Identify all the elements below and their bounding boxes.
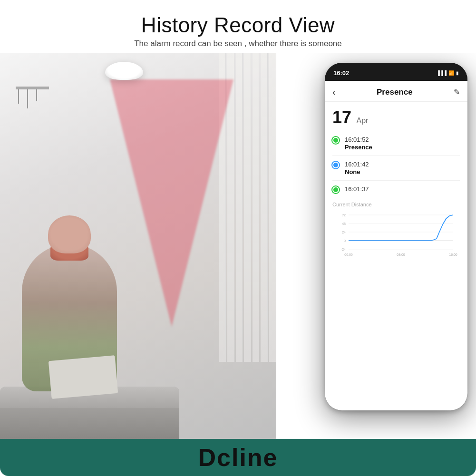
record-item: 16:01:52 Presence	[332, 131, 460, 156]
chandelier-bar	[16, 87, 49, 89]
date-section: 17 Apr	[325, 102, 467, 131]
record-info: 16:01:37	[345, 185, 369, 193]
phone-mockup: 16:02 ▐▐▐ 📶 ▮ ‹ Presence ✎	[325, 63, 467, 410]
status-dot-green	[332, 186, 339, 193]
record-label: Presence	[345, 144, 372, 151]
phone-frame: 16:02 ▐▐▐ 📶 ▮ ‹ Presence ✎	[325, 63, 467, 410]
person-head	[48, 215, 91, 253]
blind-slat	[269, 53, 276, 362]
app-header: ‹ Presence ✎	[325, 81, 467, 102]
svg-text:0: 0	[344, 239, 346, 243]
blind-slat	[253, 53, 260, 362]
app-title: Presence	[377, 87, 413, 97]
chandelier-drop1	[18, 89, 19, 104]
room-scene	[0, 53, 276, 439]
blind-slat	[261, 53, 268, 362]
svg-text:16:00: 16:00	[449, 253, 457, 256]
svg-text:72: 72	[342, 214, 346, 217]
header: History Record View The alarm record can…	[0, 0, 476, 53]
wifi-icon: 📶	[448, 70, 454, 76]
record-list: 16:01:52 Presence 16:01:42 None	[325, 131, 467, 198]
chart-section: Current Distance 72	[325, 198, 467, 262]
svg-text:24: 24	[342, 231, 346, 234]
phone-time: 16:02	[333, 69, 349, 77]
record-time: 16:01:42	[345, 161, 369, 168]
phone-notch	[382, 63, 410, 71]
app-screen: ‹ Presence ✎ 17 Apr	[325, 81, 467, 410]
record-time: 16:01:52	[345, 136, 372, 143]
chandelier-drop3	[36, 89, 37, 101]
chart-title: Current Distance	[332, 202, 460, 207]
page-subtitle: The alarm record can be seen , whether t…	[10, 39, 466, 49]
signal-icon: ▐▐▐	[437, 70, 447, 76]
status-dot-blue	[332, 162, 339, 168]
svg-text:08:00: 08:00	[397, 253, 405, 256]
brand-name: Dcline	[198, 443, 278, 472]
record-item: 16:01:42 None	[332, 156, 460, 181]
record-item: 16:01:37	[332, 181, 460, 198]
blind-slat	[244, 53, 251, 362]
status-icons: ▐▐▐ 📶 ▮	[437, 70, 459, 76]
footer: Dcline	[0, 439, 476, 476]
svg-text:00:00: 00:00	[344, 253, 353, 256]
chandelier-drop2	[27, 89, 28, 108]
status-dot-green	[332, 137, 339, 144]
svg-text:48: 48	[342, 222, 346, 225]
date-day: 17	[332, 107, 351, 127]
presence-sensor	[105, 62, 143, 81]
svg-text:-24: -24	[341, 248, 346, 251]
distance-chart: 72 48 24 0 -24 00:00 08:00 16:00	[332, 210, 460, 258]
sensor-body	[105, 62, 143, 80]
chart-container: 72 48 24 0 -24 00:00 08:00 16:00	[332, 210, 460, 258]
date-month: Apr	[357, 117, 369, 125]
edit-button[interactable]: ✎	[454, 87, 460, 97]
back-button[interactable]: ‹	[332, 87, 336, 97]
page-container: History Record View The alarm record can…	[0, 0, 476, 476]
record-label: None	[345, 168, 369, 175]
laptop	[48, 355, 117, 399]
radar-detection-zone	[110, 79, 233, 327]
page-title: History Record View	[10, 13, 466, 37]
record-info: 16:01:42 None	[345, 161, 369, 175]
blind-slat	[236, 53, 243, 362]
record-time: 16:01:37	[345, 185, 369, 193]
chandelier	[11, 87, 54, 125]
battery-icon: ▮	[456, 70, 459, 76]
record-info: 16:01:52 Presence	[345, 136, 372, 151]
main-area: 16:02 ▐▐▐ 📶 ▮ ‹ Presence ✎	[0, 53, 476, 439]
phone-status-bar: 16:02 ▐▐▐ 📶 ▮	[325, 63, 467, 81]
